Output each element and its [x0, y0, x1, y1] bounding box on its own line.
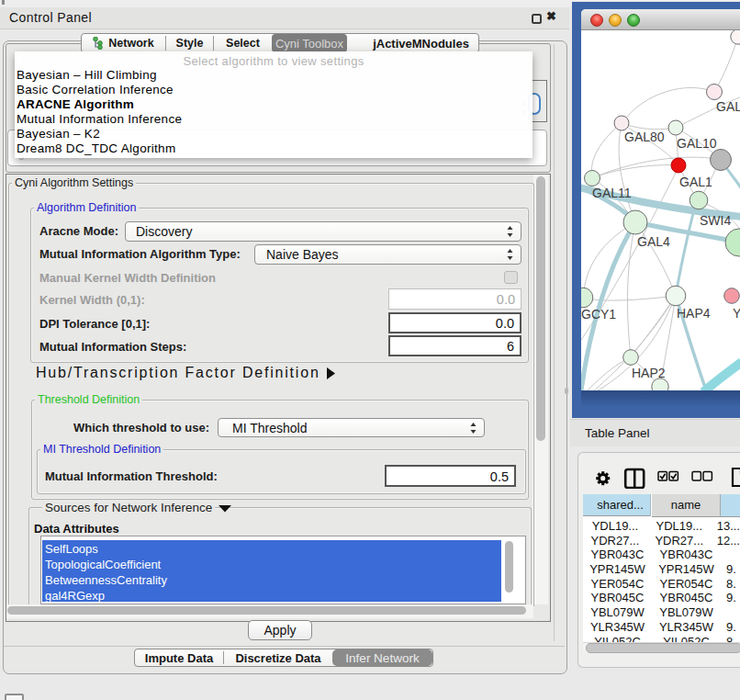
- svg-text:GAL80: GAL80: [624, 130, 665, 144]
- svg-text:GAL1: GAL1: [679, 175, 712, 189]
- svg-text:SWI4: SWI4: [700, 213, 731, 228]
- svg-text:GAL4: GAL4: [637, 234, 670, 249]
- svg-text:Y: Y: [733, 306, 740, 321]
- svg-text:HAP2: HAP2: [632, 366, 666, 380]
- svg-text:GAL: GAL: [716, 99, 740, 114]
- svg-text:GAL11: GAL11: [592, 186, 632, 200]
- svg-text:GAL10: GAL10: [677, 136, 717, 151]
- svg-text:GCY1: GCY1: [581, 307, 616, 322]
- svg-text:HAP4: HAP4: [677, 306, 711, 321]
